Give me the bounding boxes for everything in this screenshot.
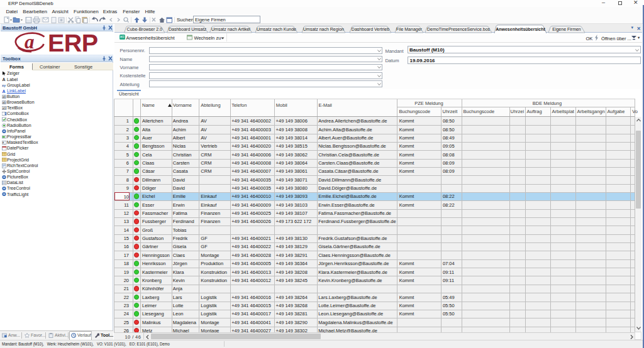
svg-text:File Manager: File Manager xyxy=(396,27,423,32)
svg-text:ERP: ERP xyxy=(48,31,98,54)
svg-text:ab: ab xyxy=(3,95,6,99)
svg-text:abl: abl xyxy=(2,107,6,110)
svg-text:Cube-Browser 2.0: Cube-Browser 2.0 xyxy=(127,27,163,31)
svg-text:Dashboard Vertrieb: Dashboard Vertrieb xyxy=(352,27,389,31)
svg-text:ab: ab xyxy=(3,101,6,104)
svg-text:DemoTimePresenceService.bos: DemoTimePresenceService.bos xyxy=(427,27,491,31)
svg-text:Umsatz nach Kunde: Umsatz nach Kunde xyxy=(257,27,296,31)
svg-text:Anwesenheitsübersicht: Anwesenheitsübersicht xyxy=(496,27,545,31)
svg-text:Umsatz nach Artikel: Umsatz nach Artikel xyxy=(211,27,250,31)
svg-text:Umsatz nach Region: Umsatz nach Region xyxy=(303,27,344,32)
svg-text:A: A xyxy=(2,89,5,93)
svg-text:Eigene Firmen: Eigene Firmen xyxy=(552,27,581,32)
svg-text:a: a xyxy=(25,31,35,53)
svg-text:xy: xy xyxy=(2,84,6,87)
svg-text:Dashboard Umsatz: Dashboard Umsatz xyxy=(169,27,206,31)
svg-text:#_: #_ xyxy=(2,141,6,144)
svg-text:A: A xyxy=(2,77,5,82)
